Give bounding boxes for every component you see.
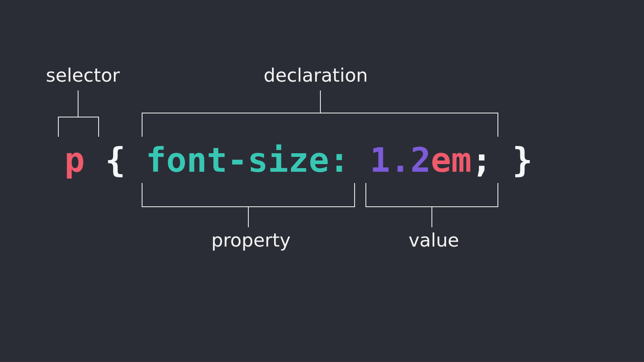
tick-selector xyxy=(78,90,78,117)
label-declaration: declaration xyxy=(264,64,368,86)
token-semicolon: ; xyxy=(472,143,492,177)
bracket-property xyxy=(142,183,355,207)
bracket-selector xyxy=(58,117,99,137)
token-colon: : xyxy=(329,143,349,177)
code-line: p { font-size: 1.2em; } xyxy=(0,143,644,177)
css-rule-diagram: selector declaration p { font-size: 1.2e… xyxy=(0,0,644,362)
bracket-value xyxy=(365,183,498,207)
bracket-declaration xyxy=(142,113,498,137)
label-selector: selector xyxy=(46,64,120,86)
tick-property xyxy=(248,207,249,227)
token-brace-close: } xyxy=(512,143,533,177)
tick-value xyxy=(431,207,432,227)
token-space4 xyxy=(492,143,512,177)
token-brace-open: { xyxy=(105,143,126,177)
label-value: value xyxy=(409,229,459,251)
token-space2 xyxy=(126,143,146,177)
label-property: property xyxy=(211,229,291,251)
tick-declaration xyxy=(320,90,321,113)
token-space3 xyxy=(349,143,370,177)
token-selector: p xyxy=(64,143,85,177)
token-space1 xyxy=(85,143,105,177)
token-unit: em xyxy=(431,143,471,177)
token-property: font-size xyxy=(146,143,329,177)
token-number: 1.2 xyxy=(370,143,431,177)
